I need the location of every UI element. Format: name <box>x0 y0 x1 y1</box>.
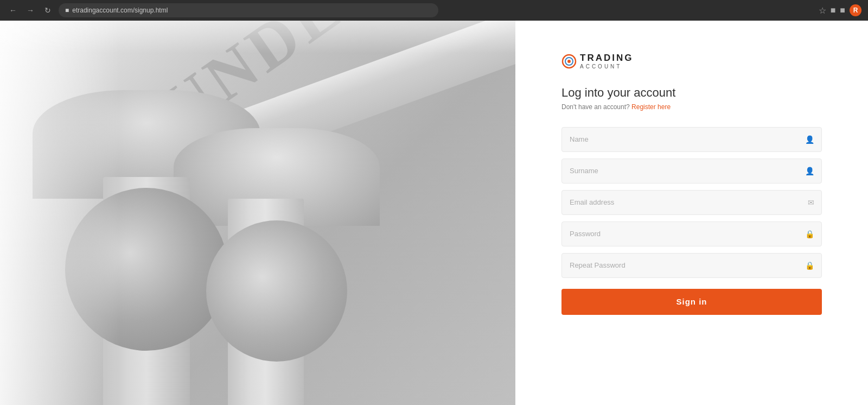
logo-text: TRADING ACCOUNT <box>580 53 633 69</box>
svg-point-2 <box>567 60 571 63</box>
logo-trading-text: TRADING <box>580 53 633 64</box>
register-link[interactable]: Register here <box>631 103 671 111</box>
email-input[interactable] <box>561 190 822 215</box>
column-base-2 <box>206 220 347 362</box>
browser-menu-icon[interactable]: ■ <box>840 5 845 15</box>
login-panel: TRADING ACCOUNT Log into your account Do… <box>515 21 868 405</box>
signin-button[interactable]: Sign in <box>561 289 822 315</box>
refresh-button[interactable]: ↻ <box>41 4 54 17</box>
address-bar[interactable]: ■ etradingaccount.com/signup.html <box>59 3 438 17</box>
page-content: BUNDESVE TR <box>0 21 868 405</box>
surname-input[interactable] <box>561 159 822 183</box>
hero-image: BUNDESVE <box>0 21 515 405</box>
name-input[interactable] <box>561 127 822 152</box>
name-field-group: 👤 <box>561 127 822 152</box>
arch-background: BUNDESVE <box>0 21 515 405</box>
repeat-password-field-group: 🔒 <box>561 253 822 278</box>
user-avatar[interactable]: R <box>850 4 861 16</box>
left-gradient-overlay <box>0 21 119 405</box>
forward-button[interactable]: → <box>24 4 37 17</box>
back-button[interactable]: ← <box>7 4 20 17</box>
logo-account-text: ACCOUNT <box>580 64 633 69</box>
site-icon: ■ <box>65 7 69 14</box>
password-input[interactable] <box>561 222 822 246</box>
url-text: etradingaccount.com/signup.html <box>72 7 168 14</box>
extensions-icon[interactable]: ■ <box>831 5 836 15</box>
form-title: Log into your account <box>561 86 822 100</box>
logo-icon <box>561 54 577 69</box>
star-icon[interactable]: ☆ <box>819 5 826 16</box>
browser-actions: ☆ ■ ■ R <box>819 4 861 16</box>
password-field-group: 🔒 <box>561 222 822 246</box>
form-container: TRADING ACCOUNT Log into your account Do… <box>561 53 822 315</box>
email-field-group: ✉ <box>561 190 822 215</box>
subtitle-text: Don't have an account? <box>561 103 630 111</box>
logo: TRADING ACCOUNT <box>561 53 822 69</box>
repeat-password-input[interactable] <box>561 253 822 278</box>
top-gradient-overlay <box>0 21 515 53</box>
browser-chrome: ← → ↻ ■ etradingaccount.com/signup.html … <box>0 0 868 21</box>
surname-field-group: 👤 <box>561 159 822 183</box>
form-subtitle: Don't have an account? Register here <box>561 103 822 111</box>
